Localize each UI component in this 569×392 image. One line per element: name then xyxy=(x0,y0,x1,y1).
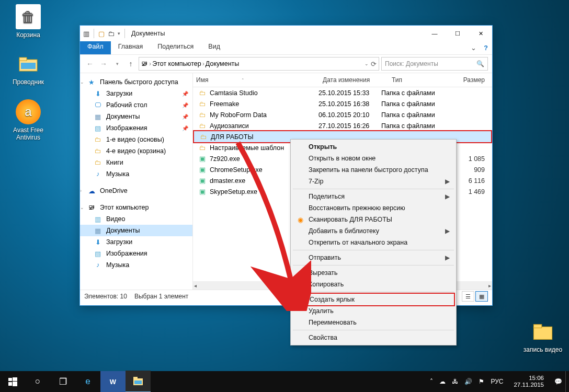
help-icon[interactable]: ? xyxy=(480,41,492,54)
view-details-button[interactable]: ☰ xyxy=(462,291,474,302)
file-name: Freemake xyxy=(210,100,239,108)
task-view-button[interactable]: ❐ xyxy=(50,371,75,392)
document-icon: ▦ xyxy=(94,226,102,235)
music-icon: ♪ xyxy=(94,170,102,178)
edge-button[interactable]: e xyxy=(75,371,100,392)
file-row[interactable]: 🗀Freemake25.10.2015 16:38Папка с файлами xyxy=(193,98,492,109)
ctx-create-shortcut[interactable]: Создать ярлык xyxy=(292,293,455,306)
pin-icon: 📌 xyxy=(182,114,188,120)
window-controls: — ☐ ✕ xyxy=(423,26,492,41)
nav-item-books[interactable]: 🗀Книги xyxy=(80,157,192,168)
onedrive-tray-icon[interactable]: ☁ xyxy=(439,378,446,385)
desktop-icon-explorer[interactable]: Проводник xyxy=(7,51,49,86)
nav-item-pictures[interactable]: ▧Изображения📌 xyxy=(80,122,192,134)
close-button[interactable]: ✕ xyxy=(469,26,492,41)
ctx-delete[interactable]: Удалить xyxy=(292,305,455,317)
column-headers[interactable]: Имя ˄ Дата изменения Тип Размер xyxy=(193,73,492,87)
desktop-icon-video-folder[interactable]: запись видео xyxy=(522,319,564,353)
file-type: Папка с файлами xyxy=(381,89,444,97)
nav-quick-access[interactable]: ⌄★Панель быстрого доступа xyxy=(80,76,192,88)
tab-file[interactable]: Файл xyxy=(80,41,111,54)
minimize-button[interactable]: — xyxy=(423,26,446,41)
col-type[interactable]: Тип xyxy=(389,76,458,84)
ctx-pin-quick[interactable]: Закрепить на панели быстрого доступа xyxy=(292,164,455,176)
volume-icon[interactable]: 🔊 xyxy=(464,378,472,385)
system-tray[interactable]: ˄ ☁ 🖧 🔊 ⚑ РУС 15:06 27.11.2015 💬 xyxy=(427,375,565,388)
ribbon-expand-icon[interactable]: ⌄ xyxy=(467,41,480,54)
tray-chevron-icon[interactable]: ˄ xyxy=(430,378,433,385)
nav-pc-documents[interactable]: ▦Документы xyxy=(80,225,192,236)
nav-pc-downloads[interactable]: ⬇Загрузки xyxy=(80,236,192,248)
crumb-leaf[interactable]: Документы xyxy=(206,60,239,67)
desktop-icon-avast[interactable]: a Avast Free Antivirus xyxy=(7,99,49,141)
taskbar[interactable]: ○ ❐ e W ˄ ☁ 🖧 🔊 ⚑ РУС 15:06 27.11.2015 💬 xyxy=(0,371,569,392)
properties-icon[interactable]: ▥ xyxy=(83,30,89,38)
ctx-scan[interactable]: ◉Сканировать ДЛЯ РАБОТЫ xyxy=(292,214,455,225)
qat-chevron-icon[interactable]: ▾ xyxy=(118,31,120,36)
back-button[interactable]: ← xyxy=(84,58,96,70)
nav-item-desktop[interactable]: 🖵Рабочий стол📌 xyxy=(80,99,192,111)
nav-onedrive[interactable]: ›☁OneDrive xyxy=(80,185,192,197)
nav-item-folder2[interactable]: 🗀4-е видео (корзина) xyxy=(80,145,192,157)
crumb-root[interactable]: Этот компьютер xyxy=(152,60,201,67)
nav-item-folder1[interactable]: 🗀1-е видео (основы) xyxy=(80,134,192,145)
svg-rect-11 xyxy=(134,381,142,384)
ctx-cut[interactable]: Вырезать xyxy=(292,267,455,279)
recent-dropdown-icon[interactable]: ▾ xyxy=(111,58,123,70)
clock[interactable]: 15:06 27.11.2015 xyxy=(509,375,548,388)
language-indicator[interactable]: РУС xyxy=(491,378,503,385)
file-name: Аудиозаписи xyxy=(210,122,249,130)
file-date: 27.10.2015 16:26 xyxy=(318,122,381,130)
ctx-7zip[interactable]: 7-Zip▶ xyxy=(292,176,455,187)
word-button[interactable]: W xyxy=(100,371,126,392)
forward-button[interactable]: → xyxy=(98,58,109,70)
new-folder-icon[interactable]: ▢ xyxy=(98,30,105,38)
ctx-add-library[interactable]: Добавить в библиотеку▶ xyxy=(292,225,455,237)
ctx-open[interactable]: Открыть xyxy=(292,141,455,153)
ctx-copy[interactable]: Копировать xyxy=(292,279,455,290)
ctx-unpin-start[interactable]: Открепить от начального экрана xyxy=(292,237,455,248)
nav-item-downloads[interactable]: ⬇Загрузки📌 xyxy=(80,88,192,99)
tab-share[interactable]: Поделиться xyxy=(150,41,201,54)
ctx-rename[interactable]: Переименовать xyxy=(292,317,455,328)
notifications-icon[interactable]: 💬 xyxy=(554,378,562,385)
explorer-taskbar-button[interactable] xyxy=(126,371,151,392)
nav-item-music[interactable]: ♪Музыка xyxy=(80,168,192,180)
nav-pc-pictures[interactable]: ▧Изображения xyxy=(80,248,192,259)
ctx-restore[interactable]: Восстановить прежнюю версию xyxy=(292,202,455,214)
nav-pc-music[interactable]: ♪Музыка xyxy=(80,259,192,271)
refresh-icon[interactable]: ⟳ xyxy=(371,60,377,68)
maximize-button[interactable]: ☐ xyxy=(446,26,469,41)
file-row[interactable]: 🗀My RoboForm Data06.10.2015 20:10Папка с… xyxy=(193,109,492,120)
recycle-bin-icon: 🗑 xyxy=(16,4,41,29)
up-button[interactable]: ↑ xyxy=(125,58,136,70)
desktop-icon-recycle-bin[interactable]: 🗑 Корзина xyxy=(7,4,49,39)
breadcrumb[interactable]: 🖳 › Этот компьютер › Документы ⌄ ⟳ xyxy=(139,57,379,71)
col-date[interactable]: Дата изменения xyxy=(320,76,389,84)
col-name[interactable]: Имя ˄ xyxy=(193,76,320,84)
view-icons-button[interactable]: ▦ xyxy=(475,291,488,302)
nav-item-documents[interactable]: ▦Документы📌 xyxy=(80,111,192,122)
search-button[interactable]: ○ xyxy=(25,371,50,392)
pin-icon: 📌 xyxy=(182,125,188,131)
col-size[interactable]: Размер xyxy=(458,76,492,84)
ctx-open-new-window[interactable]: Открыть в новом окне xyxy=(292,153,455,164)
network-icon[interactable]: 🖧 xyxy=(452,378,458,385)
nav-pane[interactable]: ⌄★Панель быстрого доступа ⬇Загрузки📌 🖵Ра… xyxy=(80,73,193,290)
show-desktop-button[interactable] xyxy=(565,371,569,392)
file-row[interactable]: 🗀Аудиозаписи27.10.2015 16:26Папка с файл… xyxy=(193,120,492,131)
flag-icon[interactable]: ⚑ xyxy=(479,378,484,385)
tab-home[interactable]: Главная xyxy=(111,41,151,54)
file-row[interactable]: 🗀Camtasia Studio25.10.2015 15:33Папка с … xyxy=(193,87,492,98)
start-button[interactable] xyxy=(0,371,25,392)
ctx-send-to[interactable]: Отправить▶ xyxy=(292,252,455,263)
status-count: Элементов: 10 xyxy=(84,293,127,300)
titlebar[interactable]: ▥ ▢ 🗀 ▾ Документы — ☐ ✕ xyxy=(80,26,492,41)
ctx-share[interactable]: Поделиться▶ xyxy=(292,191,455,202)
chevron-down-icon[interactable]: ⌄ xyxy=(365,61,369,66)
nav-pc-video[interactable]: ▥Видео xyxy=(80,213,192,225)
ctx-properties[interactable]: Свойства xyxy=(292,332,455,343)
tab-view[interactable]: Вид xyxy=(201,41,227,54)
nav-this-pc[interactable]: ⌄🖳Этот компьютер xyxy=(80,202,192,213)
search-input[interactable]: Поиск: Документы 🔍 xyxy=(381,57,488,71)
